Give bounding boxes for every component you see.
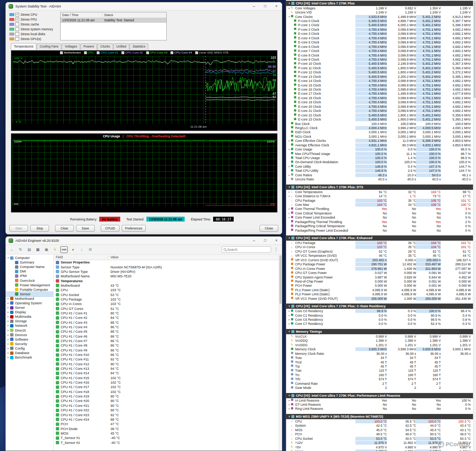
sensor-row-e-core-23-clock[interactable]: E-core 23 Clock5,400.5 MHz1,800.0 MHz5,4… [286,117,476,121]
sensor-row-e-core-21-clock[interactable]: E-core 21 Clock4,700.4 MHz3,099.8 MHz4,7… [286,109,476,113]
sensor-row-e-core-9-clock[interactable]: E-core 9 Clock4,700.4 MHz3,099.8 MHz4,70… [286,57,476,61]
sensor-row-core-c1-residency[interactable]: ▸Core C1 Residency0.0 %0.0 %90.9 %0.4 % [286,313,476,317]
sensor-row-max-cpu-thread-usage[interactable]: Max CPU/Thread Usage100.0 %11.1 %100.0 %… [286,152,476,156]
row-expander-icon[interactable]: ▸ [288,310,291,313]
sensor-row-p-core-11-clock[interactable]: P-core 11 Clock5,400.5 MHz1,800.0 MHz5,4… [286,66,476,70]
field-row[interactable]: CPU #1 / Core #786 °C [54,339,282,343]
sensor-row-pl1-power-limit-static[interactable]: PL1 Power Limit (Static)4,095.9 W4,095.9… [286,288,476,292]
field-row[interactable]: CPU #1 / Core #1086 °C [54,353,282,357]
sensor-row-e-core-4-clock[interactable]: E-core 4 Clock4,700.4 MHz3,099.8 MHz4,70… [286,36,476,40]
sensor-row-cpu-system-agent-power[interactable]: CPU System Agent Power3.887 W3.826 W5.94… [286,275,476,279]
sensor-row-pch[interactable]: ↓PCH48.5 °C48.0 °C50.5 °C49.0 °C [286,432,476,436]
legend-checkbox[interactable]: ✓ [97,51,100,54]
sensor-row-d2d-clock[interactable]: D2D Clock3,000.1 MHz3,000.1 MHz3,000.1 M… [286,130,476,134]
sensor-group-header[interactable]: ▾CPU [#0]: Intel Core Ultra 7 270K Plus:… [286,393,476,398]
field-row[interactable]: CPU #1 / Core #2290 °C [54,408,282,412]
sensor-row-memory-clock-ratio[interactable]: Memory Clock Ratio36.00 x36.00 x36.00 x3… [286,351,476,356]
legend-checkbox[interactable]: ✓ [170,51,173,54]
tab-clocks[interactable]: Clocks [97,43,113,50]
minimize-icon[interactable]: – [248,237,260,244]
tree-item-portable-computer[interactable]: Portable Computer [6,287,53,292]
sensor-row-ring-llc-clock[interactable]: Ring/LLC Clock4,000.4 MHz3,999.2 MHz4,00… [286,126,476,130]
sensor-row-uncore-vid[interactable]: ϟUncore VID1.249 V1.249 V1.249 V1.249 V [286,10,476,14]
stress-option-stress-fpu[interactable]: ✓Stress FPU [9,17,57,22]
sensor-row-total-cpu-utility[interactable]: Total CPU Utility146.8 %2.6 %147.0 %144.… [286,169,476,173]
toolbar-report-icon[interactable]: ▤ [26,246,33,253]
tree-item-motherboard[interactable]: ▸Motherboard [6,296,53,301]
sensor-row-cpu[interactable]: ↓CPU103.0 °C36.5 °C103.0 °C100.3 °C [286,419,476,423]
content-scrollbar[interactable] [279,255,282,451]
collapse-icon[interactable]: ▾ [288,330,291,333]
sensor-row-p-core-12-clock[interactable]: P-core 12 Clock5,400.5 MHz1,800.4 MHz5,4… [286,70,476,74]
tree-item-devices[interactable]: ▸Devices [6,333,53,337]
legend-cpu-core-1[interactable]: ✓CPU Core #1 [97,51,118,54]
sensor-row-package-ring-critical-temperature[interactable]: Package/Ring Critical TemperatureNoNoNo0… [286,224,476,228]
row-expander-icon[interactable]: ▸ [288,314,291,317]
row-expander-icon[interactable]: ▸ [288,207,291,210]
toolbar-osd-icon[interactable]: OSD [60,246,68,253]
maximize-icon[interactable]: □ [260,237,271,244]
tree-item-config[interactable]: ▸Config [6,346,53,351]
tree-item-security[interactable]: ▸Security [6,342,53,346]
sensor-row-tcas[interactable]: Tcas34 T34 T34 T [286,356,476,360]
legend-lexar-ssd-ares-4tb[interactable]: ✓Lexar SSD ARES 4TB [195,51,228,54]
field-row[interactable]: CPU #1 / Core #1394 °C [54,366,282,371]
field-row[interactable]: CPU Package103 °C [54,297,282,302]
field-row[interactable]: Motherboard43 °C [54,283,282,288]
sensor-row-e-core-5-clock[interactable]: E-core 5 Clock4,700.4 MHz3,099.8 MHz4,70… [286,40,476,45]
sensor-row-p-core-10-clock[interactable]: P-core 10 Clock5,400.5 MHz2,199.9 MHz5,4… [286,62,476,66]
legend-checkbox[interactable]: ✓ [146,51,149,54]
field-row[interactable]: GPU Sensor TypeDriver (NV-DRV) [54,269,282,274]
legend-cpu-core-3[interactable]: ✓CPU Core #3 [146,51,168,54]
row-expander-icon[interactable]: ▸ [288,7,291,10]
maximize-icon[interactable]: □ [260,2,271,10]
sensor-group-header[interactable]: ▾CPU [#0]: Intel Core Ultra 7 270K Plus [286,1,476,6]
sensor-row-core-usage[interactable]: ▸Core Usage100.0 %0.0 %100.0 %98.5 % [286,147,476,151]
stop-button[interactable]: Stop [30,225,49,232]
checkbox-icon[interactable] [15,22,19,26]
row-expander-icon[interactable]: ▸ [288,407,291,410]
tree-item-computer[interactable]: ▾Computer [6,256,53,260]
field-row[interactable]: Motherboard NameMSI MS-7E20 [54,274,282,278]
tree-item-multimedia[interactable]: ▸Multimedia [6,314,53,319]
field-row[interactable]: CPU #1 / Core #2488 °C [54,417,282,422]
tree-item-display[interactable]: ▸Display [6,310,53,314]
clear-button[interactable]: Clear [55,225,74,232]
sensor-row-e-core-14-clock[interactable]: E-core 14 Clock4,700.4 MHz3,099.8 MHz4,7… [286,79,476,83]
minimize-icon[interactable]: – [248,2,260,10]
legend-cpu-core-2[interactable]: ✓CPU Core #2 [121,51,143,54]
close-icon[interactable]: × [271,2,282,10]
log-row[interactable]: 13/3/2026 11:21:08 amStability Test: Sta… [61,18,166,23]
row-expander-icon[interactable]: ▸ [288,318,291,321]
toolbar-zoom-icon[interactable]: ⊙ [87,246,94,253]
sensor-row-e-core-6-clock[interactable]: E-core 6 Clock4,700.4 MHz3,099.8 MHz4,70… [286,45,476,49]
tree-expander-icon[interactable]: ▸ [6,347,10,350]
sensor-row-core-effective-clocks[interactable]: ▸Core Effective Clocks4,931.1 MHz11.0 MH… [286,139,476,143]
menu-icon[interactable]: ⋮ [273,247,279,252]
field-row[interactable]: CPU #1 / Core #284 °C [54,316,282,320]
close-icon[interactable]: × [271,237,282,244]
field-row[interactable]: CPU #1 / Core #15102 °C [54,376,282,380]
sensor-row-vccddq[interactable]: ϟVccDDQ1.399 V1.399 V1.399 V1.399 V [286,339,476,343]
tree-expander-icon[interactable]: ▸ [6,351,10,354]
sensor-row-vcore[interactable]: ϟVcore1.421 V1.385 V1.445 V1.424 V [286,449,476,451]
field-row[interactable]: PCH Diode38 °C [54,426,282,431]
sensor-row-e-core-18-clock[interactable]: E-core 18 Clock4,700.4 MHz3,099.8 MHz4,7… [286,96,476,100]
tab-voltages[interactable]: Voltages [62,43,80,50]
field-row[interactable]: T_Sensor #2-40 °C [54,440,282,445]
toolbar-panel-icon[interactable]: ▣ [43,246,50,253]
row-expander-icon[interactable]: ▸ [288,139,291,142]
start-button[interactable]: Start [9,225,28,232]
sensor-row-core-temperatures[interactable]: ▸↓Core Temperatures91 °C32 °C104 °C88 °C [286,190,476,194]
stress-option-stress-gpu-s[interactable]: Stress GPU(s) [9,36,57,41]
sensor-row-core-c6-residency[interactable]: ▸Core C6 Residency0.0 %0.0 %99.5 %0.9 % [286,317,476,322]
tree-item-network[interactable]: ▸Network [6,323,53,328]
sensor-row-p-core-13-clock[interactable]: P-core 13 Clock5,400.5 MHz2,200.2 MHz5,4… [286,74,476,79]
tab-temperatures[interactable]: Temperatures [11,43,36,49]
toolbar-back-icon[interactable]: ← [9,246,15,253]
scrollbar-thumb[interactable] [279,255,282,304]
tree-expander-icon[interactable]: ▸ [6,315,10,318]
tab-unified[interactable]: Unified [113,43,129,50]
tree-expander-icon[interactable]: ▸ [6,324,10,327]
collapse-icon[interactable]: ▾ [288,415,291,418]
